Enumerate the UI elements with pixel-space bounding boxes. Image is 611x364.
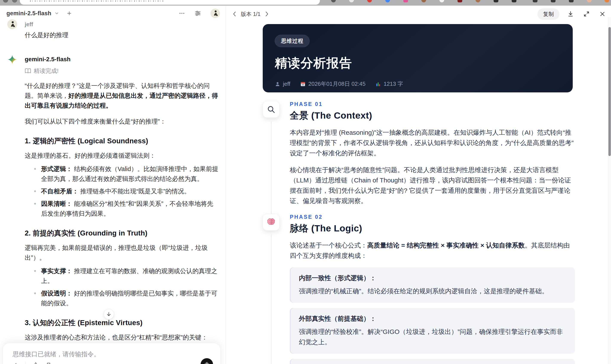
new-chat-button[interactable] bbox=[66, 11, 72, 16]
report-title: 精读分析报告 bbox=[275, 55, 561, 72]
person-icon bbox=[275, 81, 280, 87]
user-avatar[interactable] bbox=[211, 9, 220, 18]
user-avatar bbox=[7, 19, 17, 29]
phase-section: PHASE 01 全景 (The Context) 本内容是对“推理 (Reas… bbox=[263, 101, 575, 214]
browser-tool-icon[interactable] bbox=[569, 0, 574, 2]
download-icon[interactable] bbox=[566, 9, 575, 19]
assistant-intro: “什么是好的推理？”这是一个涉及逻辑学、认知科学和哲学核心的问题。简单来说，好的… bbox=[25, 81, 219, 110]
brain-icon bbox=[266, 218, 276, 226]
message-input[interactable]: 思维接口已就绪，请传输指令。 bbox=[13, 350, 195, 359]
extension-icon[interactable] bbox=[385, 0, 390, 2]
arrow-down-icon bbox=[106, 312, 111, 317]
phase-paragraph: 本内容是对“推理 (Reasoning)”这一抽象概念的高层建模。在知识爆炸与人… bbox=[290, 127, 575, 158]
toolbar-separator bbox=[26, 362, 26, 364]
attach-plus-icon[interactable] bbox=[13, 362, 19, 364]
card-title: 内部一致性（形式逻辑）： bbox=[299, 274, 566, 283]
extension-icon[interactable] bbox=[439, 0, 444, 2]
section-heading: 3. 认知的公正性 (Epistemic Virtues) bbox=[25, 318, 219, 328]
dimension-card: 内部一致性（形式逻辑）： 强调推理的“机械正确”。结论必须在给定的规则系统内逻辑… bbox=[290, 267, 575, 303]
list-item: 事实支撑： 推理建立在可靠的数据、准确的观测或公认的真理之上。 bbox=[41, 266, 219, 286]
timeline-connector bbox=[271, 121, 272, 214]
section-lead: 这涉及推理者的心态和方法论，也是区分“杠精”和“思想家”的关键： bbox=[25, 332, 219, 342]
extension-icon[interactable] bbox=[403, 0, 408, 2]
address-text-cropped bbox=[30, 0, 163, 2]
phase-label: PHASE 02 bbox=[290, 214, 575, 220]
list-item: 因果清晰： 能准确区分“相关性”和“因果关系”，不会轻率地将先后发生的事情归为因… bbox=[41, 199, 219, 219]
magnifier-icon bbox=[267, 105, 275, 114]
extension-icon[interactable] bbox=[605, 0, 609, 2]
composer-toolbar bbox=[13, 362, 52, 364]
version-next-icon[interactable] bbox=[265, 11, 269, 16]
datetime-meta: 2026年01月08日 02:45 bbox=[300, 80, 365, 88]
phase-section: PHASE 02 脉络 (The Logic) 该论述基于一个核心公式：高质量结… bbox=[263, 214, 575, 364]
dimension-cards: 内部一致性（形式逻辑）： 强调推理的“机械正确”。结论必须在给定的规则系统内逻辑… bbox=[290, 267, 575, 364]
author-meta: jeff bbox=[275, 81, 290, 87]
version-label: 版本 1/1 bbox=[241, 11, 261, 18]
extension-icon[interactable] bbox=[367, 0, 372, 2]
chat-header: gemini-2.5-flash bbox=[6, 8, 220, 19]
user-name: jeff bbox=[25, 19, 219, 29]
browser-profile-avatar[interactable] bbox=[587, 0, 592, 2]
scrollbar-thumb[interactable] bbox=[608, 27, 611, 156]
scrollbar-track[interactable] bbox=[608, 17, 611, 364]
timeline-connector bbox=[271, 234, 272, 364]
user-message: jeff 什么是好的推理 bbox=[7, 19, 219, 39]
browser-address-bar[interactable] bbox=[20, 0, 320, 5]
browser-toolbar bbox=[0, 0, 611, 6]
chevron-down-icon[interactable] bbox=[54, 11, 59, 16]
more-options-icon[interactable] bbox=[179, 10, 185, 16]
card-body: 强调推理的“机械正确”。结论必须在给定的规则系统内逻辑自洽，这是推理的硬件基础。 bbox=[299, 286, 566, 296]
phase-title: 全景 (The Context) bbox=[290, 109, 575, 122]
artifact-toolbar: 版本 1/1 复制 bbox=[232, 8, 607, 20]
section-lead: 这是推理的基石。好的推理必须遵循逻辑法则： bbox=[25, 151, 219, 160]
browser-apps-grid-icon[interactable] bbox=[12, 0, 17, 3]
assistant-status: 精读完成! bbox=[25, 67, 219, 75]
list-item: 不自相矛盾： 推理链条中不能出现“既是又非”的情况。 bbox=[41, 186, 219, 196]
extension-icon[interactable] bbox=[331, 0, 336, 2]
wordcount-meta: 1213 字 bbox=[375, 80, 403, 88]
card-body: 强调推理的“经验校准”。解决“GIGO（垃圾进，垃圾出）”问题，确保推理引擎运行… bbox=[299, 327, 566, 347]
phase-title: 脉络 (The Logic) bbox=[290, 222, 575, 235]
browser-pin-icon[interactable] bbox=[494, 0, 498, 2]
message-composer: 思维接口已就绪，请传输指令。 bbox=[3, 343, 221, 364]
phase2-icon-card bbox=[263, 214, 279, 231]
app-window: gemini-2.5-flash bbox=[0, 6, 611, 364]
phase-label: PHASE 01 bbox=[290, 101, 575, 107]
artifact-content: 思维过程 精读分析报告 jeff 2026年01月08日 02:45 bbox=[226, 23, 608, 364]
status-text: 精读完成! bbox=[34, 67, 59, 75]
browser-extensions-icon[interactable] bbox=[512, 0, 516, 2]
bar-chart-icon bbox=[375, 81, 381, 87]
report-phases: PHASE 01 全景 (The Context) 本内容是对“推理 (Reas… bbox=[263, 101, 575, 364]
voice-input-button[interactable] bbox=[200, 358, 213, 364]
dimensions-lead: 我们可以从以下四个维度来衡量什么是“好的推理”： bbox=[25, 117, 219, 126]
browser-tool-icon[interactable] bbox=[551, 0, 556, 2]
close-icon[interactable] bbox=[598, 9, 607, 19]
list-item: 假设透明： 好的推理会明确指明哪些是已知事实，哪些是基于可能的假设。 bbox=[41, 288, 219, 308]
settings-sliders-icon[interactable] bbox=[194, 10, 201, 17]
extension-icon[interactable] bbox=[421, 0, 426, 2]
extension-icon[interactable] bbox=[457, 0, 462, 2]
scroll-to-bottom-button[interactable] bbox=[104, 309, 114, 319]
bookmark-icon[interactable] bbox=[46, 362, 52, 364]
model-selector[interactable]: gemini-2.5-flash bbox=[6, 10, 51, 17]
book-icon bbox=[25, 68, 31, 74]
list-item: 形式逻辑： 结构必须有效（Valid）。比如演绎推理中，如果前提全部为真，那么通… bbox=[41, 164, 219, 184]
report-badge: 思维过程 bbox=[275, 35, 310, 47]
bullet-list: 形式逻辑： 结构必须有效（Valid）。比如演绎推理中，如果前提全部为真，那么通… bbox=[25, 164, 219, 219]
model-tools-icon[interactable] bbox=[32, 362, 39, 364]
assistant-name: gemini-2.5-flash bbox=[25, 55, 219, 64]
browser-tool-icon[interactable] bbox=[533, 0, 537, 2]
section-lead: 逻辑再完美，如果前提是错误的，推理也是垃圾（即“垃圾进，垃圾出”）。 bbox=[25, 243, 219, 263]
extension-icon[interactable] bbox=[476, 0, 480, 2]
card-title: 外部真实性（前提基础）： bbox=[299, 314, 566, 323]
copy-button[interactable]: 复制 bbox=[537, 8, 559, 20]
phase1-icon-card bbox=[263, 101, 279, 118]
gemini-logo-icon bbox=[7, 55, 17, 65]
browser-reload-icon[interactable] bbox=[3, 0, 8, 3]
waveform-icon bbox=[204, 361, 210, 364]
version-prev-icon[interactable] bbox=[232, 11, 237, 16]
section-heading: 2. 前提的真实性 (Grounding in Truth) bbox=[25, 228, 219, 238]
expand-fullscreen-icon[interactable] bbox=[582, 9, 591, 19]
extension-icon[interactable] bbox=[349, 0, 354, 2]
dimension-card: 外部真实性（前提基础）： 强调推理的“经验校准”。解决“GIGO（垃圾进，垃圾出… bbox=[290, 308, 575, 354]
